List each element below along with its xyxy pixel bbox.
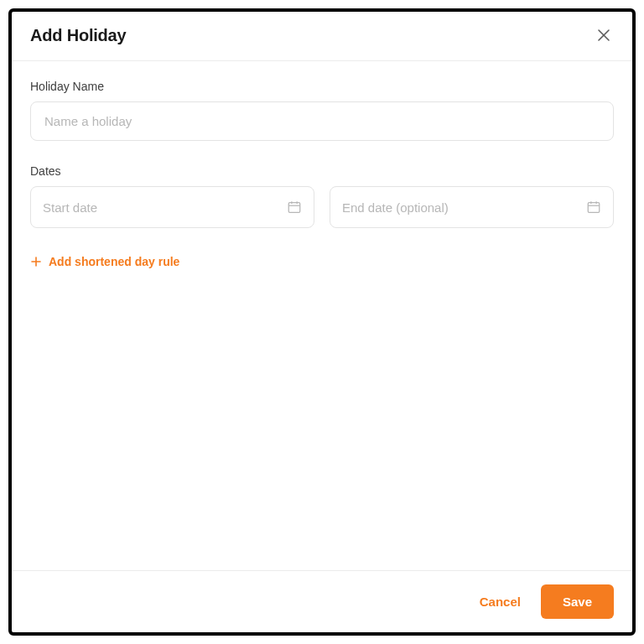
modal-footer: Cancel Save — [12, 570, 632, 632]
plus-icon — [30, 256, 42, 267]
svg-rect-6 — [588, 203, 600, 213]
cancel-button[interactable]: Cancel — [475, 586, 526, 617]
add-holiday-modal: Add Holiday Holiday Name Dates — [8, 8, 636, 636]
svg-rect-2 — [288, 203, 300, 213]
start-date-input[interactable] — [43, 200, 280, 215]
holiday-name-input[interactable] — [30, 101, 614, 141]
add-shortened-day-rule-link[interactable]: Add shortened day rule — [30, 255, 179, 268]
holiday-name-section: Holiday Name — [30, 80, 614, 141]
calendar-icon — [287, 200, 302, 215]
calendar-icon — [586, 200, 601, 215]
end-date-field[interactable] — [330, 186, 614, 228]
holiday-name-label: Holiday Name — [30, 80, 614, 93]
save-button[interactable]: Save — [541, 584, 614, 619]
modal-header: Add Holiday — [12, 12, 632, 61]
close-button[interactable] — [594, 25, 614, 45]
start-date-field[interactable] — [30, 186, 314, 228]
modal-body: Holiday Name Dates — [12, 61, 632, 570]
add-rule-label: Add shortened day rule — [49, 255, 179, 268]
dates-row — [30, 186, 614, 228]
close-icon — [596, 28, 611, 43]
dates-label: Dates — [30, 164, 614, 178]
modal-title: Add Holiday — [30, 26, 126, 45]
dates-section: Dates — [30, 164, 614, 228]
end-date-input[interactable] — [342, 200, 579, 215]
